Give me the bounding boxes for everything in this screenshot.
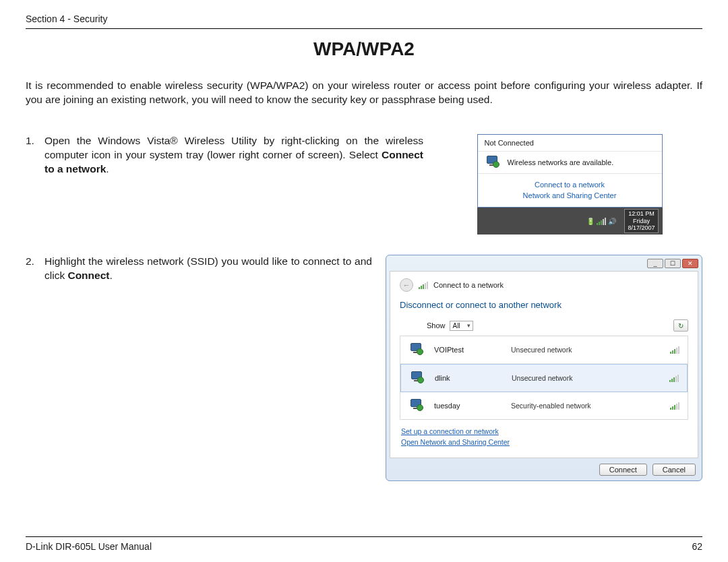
signal-icon xyxy=(670,346,679,354)
network-list: VOIPtest Unsecured network dlink Unsecur… xyxy=(400,336,688,420)
connect-network-link[interactable]: Connect to a network xyxy=(478,179,662,191)
connect-button[interactable]: Connect xyxy=(599,464,647,476)
signal-icon xyxy=(670,402,679,410)
step-2-row: 2. Highlight the wireless network (SSID)… xyxy=(26,255,702,481)
step-1: 1. Open the Windows Vista® Wireless Util… xyxy=(26,134,423,177)
page-footer: D-Link DIR-605L User Manual 62 xyxy=(26,536,702,552)
volume-icon: 🔊 xyxy=(608,218,616,225)
cancel-button[interactable]: Cancel xyxy=(653,464,696,476)
maximize-button[interactable]: ☐ xyxy=(665,259,681,268)
close-button[interactable]: ✕ xyxy=(682,259,698,268)
network-icon xyxy=(419,282,428,289)
wifi-tray-icon[interactable] xyxy=(597,218,606,225)
step-1-number: 1. xyxy=(26,134,44,177)
tray-icons: 🔋 🔊 xyxy=(586,218,616,225)
open-sharing-center-link[interactable]: Open Network and Sharing Center xyxy=(401,437,687,448)
step-1-row: 1. Open the Windows Vista® Wireless Util… xyxy=(26,134,702,235)
network-icon xyxy=(485,156,501,169)
back-button[interactable]: ← xyxy=(400,278,413,292)
setup-connection-link[interactable]: Set up a connection or network xyxy=(401,427,687,437)
footer-left: D-Link DIR-605L User Manual xyxy=(26,541,152,552)
network-item[interactable]: tuesday Security-enabled network xyxy=(400,392,688,419)
battery-icon: 🔋 xyxy=(586,218,595,225)
step-1-text: Open the Windows Vista® Wireless Utility… xyxy=(44,134,423,177)
step-2-number: 2. xyxy=(26,255,44,283)
network-icon xyxy=(409,371,425,385)
step-2-text: Highlight the wireless network (SSID) yo… xyxy=(44,255,372,283)
popup-message: Wireless networks are available. xyxy=(508,158,614,166)
page-title: WPA/WPA2 xyxy=(26,38,702,60)
show-dropdown[interactable]: All xyxy=(450,321,473,331)
network-icon xyxy=(408,343,425,356)
network-item[interactable]: VOIPtest Unsecured network xyxy=(400,336,688,364)
step-2: 2. Highlight the wireless network (SSID)… xyxy=(26,255,372,283)
page-number: 62 xyxy=(692,541,702,552)
minimize-button[interactable]: _ xyxy=(647,259,663,268)
section-header: Section 4 - Security xyxy=(26,13,702,29)
systray-popup-screenshot: Not Connected Wireless networks are avai… xyxy=(477,134,663,235)
network-item[interactable]: dlink Unsecured network xyxy=(400,364,688,392)
signal-icon xyxy=(669,375,679,382)
show-label: Show xyxy=(427,321,446,330)
refresh-button[interactable]: ↻ xyxy=(673,319,688,332)
intro-paragraph: It is recommended to enable wireless sec… xyxy=(26,79,702,107)
taskbar-clock: 12:01 PM Friday 8/17/2007 xyxy=(624,209,658,233)
network-icon xyxy=(408,399,425,412)
taskbar: 🔋 🔊 12:01 PM Friday 8/17/2007 xyxy=(477,208,663,235)
sharing-center-link[interactable]: Network and Sharing Center xyxy=(478,190,662,201)
popup-status: Not Connected xyxy=(478,135,662,152)
connect-window-screenshot: _ ☐ ✕ ← Connect to a network Disconnect … xyxy=(386,255,702,481)
window-heading: Disconnect or connect to another network xyxy=(400,300,688,310)
window-breadcrumb: Connect to a network xyxy=(433,281,504,289)
